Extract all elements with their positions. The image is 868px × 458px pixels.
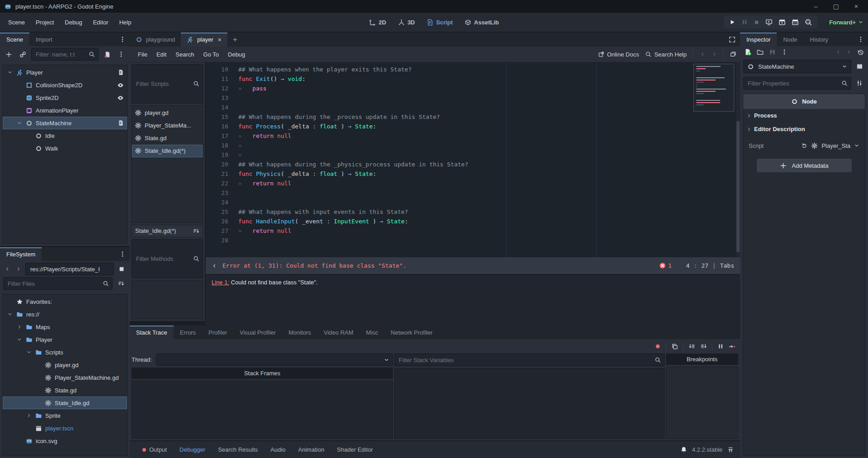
scene-row-walk[interactable]: Walk	[3, 142, 127, 155]
extra-tools-icon[interactable]	[854, 78, 865, 89]
movie-maker-icon[interactable]	[805, 19, 812, 26]
debugger-tab-network-profiler[interactable]: Network Profiler	[384, 326, 439, 339]
dots-menu-icon[interactable]	[119, 251, 126, 257]
code-line-25[interactable]: 25## What happens with input events in t…	[206, 207, 740, 217]
filter-properties-input[interactable]	[747, 80, 839, 87]
open-docs-icon[interactable]	[854, 61, 865, 72]
expander-down-icon[interactable]	[25, 349, 32, 355]
fs-row-state-idle-gd[interactable]: State_Idle.gd	[3, 397, 127, 409]
expander-down-icon[interactable]	[16, 120, 23, 126]
history-forward-icon[interactable]	[846, 49, 852, 55]
inspector-menu-button[interactable]	[854, 33, 868, 46]
save-resource-icon[interactable]	[769, 49, 776, 56]
dots-menu-icon[interactable]	[119, 36, 126, 42]
code-line-26[interactable]: 26func HandleInput( _event : InputEvent …	[206, 217, 740, 226]
fs-row-icon-svg[interactable]: icon.svg	[3, 434, 127, 447]
dock-tab-history[interactable]: History	[804, 33, 835, 46]
visibility-eye-icon[interactable]	[117, 82, 124, 89]
code-line-16[interactable]: 16func Process( _delta : float ) → State…	[206, 122, 740, 131]
script-menu-debug[interactable]: Debug	[223, 48, 250, 61]
code-line-23[interactable]: 23	[206, 188, 740, 198]
tab-import[interactable]: Import	[29, 33, 59, 46]
tab-scene[interactable]: Scene	[0, 33, 29, 46]
indent-type-label[interactable]: Tabs	[720, 262, 734, 269]
dots-menu-icon[interactable]	[116, 49, 127, 60]
filter-stack-input[interactable]	[398, 356, 652, 364]
bottom-panel-search-results[interactable]: Search Results	[212, 446, 264, 453]
play-custom-scene-button[interactable]	[792, 19, 799, 26]
menu-scene[interactable]: Scene	[3, 16, 30, 28]
step-into-icon[interactable]	[689, 343, 695, 350]
script-list-item-state-gd[interactable]: State.gd	[132, 132, 203, 145]
break-icon[interactable]	[717, 343, 724, 349]
debugger-tab-misc[interactable]: Misc	[360, 326, 385, 339]
fs-split-mode-button[interactable]	[116, 264, 127, 274]
scene-row-idle[interactable]: Idle	[3, 129, 127, 142]
play-button[interactable]	[729, 19, 736, 25]
bell-icon[interactable]	[680, 446, 687, 453]
code-line-17[interactable]: 17» return null	[206, 131, 740, 141]
debugger-tab-monitors[interactable]: Monitors	[282, 326, 317, 339]
expander-down-icon[interactable]	[6, 312, 13, 317]
scene-row-collisionshape2d[interactable]: CollisionShape2D	[3, 79, 127, 91]
scene-tab-playground[interactable]: playground	[130, 33, 181, 47]
close-button[interactable]: ×	[854, 3, 858, 10]
script-list-item-player-statema[interactable]: Player_StateMa...	[132, 119, 203, 132]
fs-row-player-tscn[interactable]: player.tscn	[3, 422, 127, 434]
fs-path-input[interactable]	[29, 265, 110, 273]
fs-row-player-gd[interactable]: player.gd	[3, 359, 127, 371]
dock-tab-inspector[interactable]: Inspector	[740, 33, 777, 46]
code-line-20[interactable]: 20## What happens during the _physics_pr…	[206, 160, 740, 169]
workspace-assetlib[interactable]: AssetLib	[460, 17, 504, 28]
scrollbar-thumb[interactable]	[736, 121, 740, 252]
add-metadata-button[interactable]: Add Metadata	[757, 159, 852, 172]
visibility-eye-icon[interactable]	[117, 94, 124, 101]
fs-filter-input[interactable]	[7, 280, 100, 288]
error-count-badge[interactable]: 1	[659, 262, 672, 269]
fs-row-state-gd[interactable]: State.gd	[3, 384, 127, 397]
online-docs-button[interactable]: Online Docs	[598, 51, 639, 58]
fs-row-favorites[interactable]: Favorites:	[3, 295, 127, 308]
bottom-panel-audio[interactable]: Audio	[264, 446, 292, 453]
add-node-button[interactable]	[3, 49, 14, 60]
code-line-11[interactable]: 11func Exit() → void:	[206, 74, 740, 84]
code-line-18[interactable]: 18»	[206, 141, 740, 150]
record-icon[interactable]	[655, 343, 661, 349]
code-line-10[interactable]: 10## What happens when the player exits …	[206, 65, 740, 74]
make-floating-icon[interactable]	[730, 51, 736, 57]
code-line-12[interactable]: 12» pass	[206, 84, 740, 93]
expand-bottom-panel-icon[interactable]	[727, 447, 734, 453]
debugger-tab-profiler[interactable]: Profiler	[202, 326, 233, 339]
workspace-script[interactable]: Script	[422, 17, 458, 28]
object-history-icon[interactable]	[857, 49, 864, 56]
search-help-button[interactable]: Search Help	[645, 51, 687, 58]
maximize-button[interactable]: ▢	[833, 3, 839, 10]
fs-sort-button[interactable]	[116, 278, 127, 289]
bottom-panel-debugger[interactable]: Debugger	[173, 446, 212, 453]
code-line-21[interactable]: 21func Physics( _delta : float ) → State…	[206, 169, 740, 179]
menu-project[interactable]: Project	[30, 16, 59, 28]
script-menu-go-to[interactable]: Go To	[199, 48, 223, 61]
scene-row-player[interactable]: Player	[3, 66, 127, 79]
history-back-icon[interactable]	[700, 52, 705, 57]
script-property-value[interactable]: Player_Sta	[821, 142, 850, 149]
scene-row-animationplayer[interactable]: AnimationPlayer	[3, 104, 127, 117]
fs-back-button[interactable]	[3, 264, 12, 274]
debugger-tab-video-ram[interactable]: Video RAM	[317, 326, 360, 339]
attached-script-icon[interactable]	[118, 69, 124, 76]
debugger-tab-errors[interactable]: Errors	[174, 326, 202, 339]
renderer-selector[interactable]: Forward+	[829, 19, 863, 26]
copy-icon[interactable]	[671, 343, 678, 350]
fs-row-res[interactable]: res://	[3, 308, 127, 321]
node-selector[interactable]: StateMachine	[743, 60, 851, 73]
tab-filesystem[interactable]: FileSystem	[0, 247, 42, 261]
script-menu-file[interactable]: File	[133, 48, 152, 61]
code-line-13[interactable]: 13	[206, 93, 740, 103]
stop-button[interactable]	[754, 19, 760, 25]
script-menu-search[interactable]: Search	[171, 48, 198, 61]
dock-tab-node[interactable]: Node	[777, 33, 803, 46]
play-scene-button[interactable]	[778, 19, 786, 26]
script-list-item-player-gd[interactable]: player.gd	[132, 107, 203, 119]
bottom-panel-shader-editor[interactable]: Shader Editor	[330, 446, 379, 453]
continue-icon[interactable]	[729, 343, 736, 350]
